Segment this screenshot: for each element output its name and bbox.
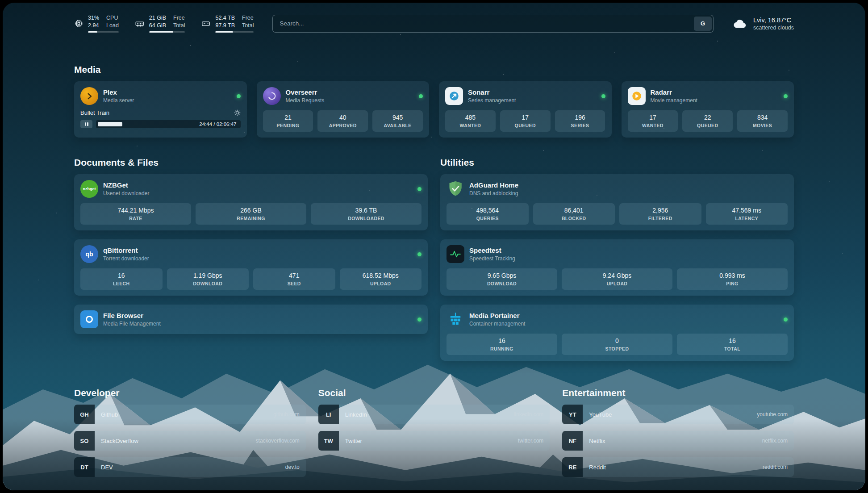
card-adguard[interactable]: AdGuard Home DNS and adblocking 498,564Q… [440,174,794,230]
sonarr-title: Sonarr [468,88,516,96]
overseerr-icon [263,87,281,105]
search-provider-button[interactable]: G [694,17,712,31]
status-indicator [784,318,788,322]
card-speedtest[interactable]: Speedtest Speedtest Tracking 9.65 GbpsDO… [440,239,794,296]
header-divider [74,40,794,40]
memory-metric: 21 GiB Free 64 GiB Total [135,14,185,33]
speedtest-subtitle: Speedtest Tracking [469,255,515,262]
linkedin-icon: LI [318,405,339,424]
stat: 471SEED [253,268,335,290]
plex-icon [80,87,98,105]
sonarr-subtitle: Series management [468,97,516,104]
card-qbittorrent[interactable]: qb qBittorrent Torrent downloader [74,239,428,296]
bookmark-github[interactable]: GH Github github.com [74,405,306,424]
card-nzbget[interactable]: nzbget NZBGet Usenet downloader [74,174,428,230]
section-title-social: Social [318,388,550,398]
netflix-icon: NF [562,431,583,451]
speedtest-title: Speedtest [469,246,515,255]
pause-button[interactable] [80,120,92,128]
status-indicator [417,252,421,256]
nzbget-title: NZBGet [103,181,149,189]
playback-progress-bar[interactable]: 24:44 / 02:06:47 [96,120,241,128]
card-radarr[interactable]: Radarr Movie management 17WANTED 22QUEUE… [622,81,794,138]
status-indicator [601,94,605,98]
bookmark-youtube[interactable]: YT YouTube youtube.com [562,405,794,424]
qbittorrent-icon: qb [80,245,98,263]
stat: 17QUEUED [500,110,551,132]
memory-free-value: 21 GiB [149,14,166,21]
memory-label-bottom: Total [173,22,185,29]
github-icon: GH [74,405,95,424]
card-overseerr[interactable]: Overseerr Media Requests 21PENDING 40APP… [257,81,430,138]
stat: 266 GBREMAINING [196,203,306,225]
weather-widget: Lviv, 16.87°C scattered clouds [732,16,794,31]
bookmark-linkedin[interactable]: LI LinkedIn linkedin.com [318,405,550,424]
stat: 196SERIES [555,110,605,132]
disk-free-value: 52.4 TB [215,14,235,21]
adguard-subtitle: DNS and adblocking [469,190,518,196]
card-portainer[interactable]: Media Portainer Container management 16R… [440,305,794,361]
cloud-icon [732,17,748,30]
search-bar: G [272,15,714,33]
portainer-title: Media Portainer [469,312,525,320]
stat: 744.21 MbpsRATE [80,203,191,225]
playback-time: 24:44 / 02:06:47 [199,121,240,127]
memory-total-value: 64 GiB [149,22,166,29]
twitter-icon: TW [318,431,339,451]
stackoverflow-icon: SO [74,431,95,451]
stat: 16LEECH [80,268,163,290]
filebrowser-subtitle: Media File Management [103,321,161,327]
memory-icon [135,19,145,29]
top-bar: 31% CPU 2.94 Load [74,3,794,33]
stat: 86,401BLOCKED [533,203,615,225]
radarr-title: Radarr [651,88,697,96]
cpu-usage-value: 31% [88,14,99,21]
section-media: Media Plex Media server [74,64,794,138]
cpu-usage-bar [88,31,119,33]
card-plex[interactable]: Plex Media server Bullet Train [74,81,247,138]
stat: 834MOVIES [737,110,788,132]
section-title-entertainment: Entertainment [562,388,794,398]
overseerr-title: Overseerr [286,88,325,96]
stat: 40APPROVED [317,110,368,132]
bookmark-netflix[interactable]: NF Netflix netflix.com [562,431,794,451]
stat: 17WANTED [628,110,678,132]
settings-gear-icon[interactable] [234,109,241,116]
bookmark-reddit[interactable]: RE Reddit reddit.com [562,457,794,477]
section-documents: Documents & Files nzbget NZBGet Usenet d… [74,157,428,361]
stat: 16TOTAL [677,334,788,355]
status-indicator [417,187,421,191]
section-title-utilities: Utilities [440,157,794,168]
status-indicator [237,94,241,98]
stars-backdrop [3,3,4,4]
bookmark-dev[interactable]: DT DEV dev.to [74,457,306,477]
card-filebrowser[interactable]: File Browser Media File Management [74,305,428,334]
overseerr-subtitle: Media Requests [286,97,325,104]
section-social: Social LI LinkedIn linkedin.com TW Twitt… [318,388,550,484]
stat: 945AVAILABLE [372,110,423,132]
adguard-icon [447,180,464,198]
app-frame: 31% CPU 2.94 Load [0,0,868,493]
cpu-label-top: CPU [106,14,119,21]
youtube-icon: YT [562,405,583,424]
qbittorrent-title: qBittorrent [103,246,149,255]
stat: 47.569 msLATENCY [706,203,788,225]
memory-usage-bar [149,31,185,33]
qbittorrent-subtitle: Torrent downloader [103,255,149,262]
disk-total-value: 97.9 TB [215,22,235,29]
cpu-metric: 31% CPU 2.94 Load [74,14,119,33]
stat: 1.19 GbpsDOWNLOAD [167,268,249,290]
stat: 0STOPPED [562,334,672,355]
sonarr-icon [445,87,463,105]
cpu-load-value: 2.94 [88,22,99,29]
card-sonarr[interactable]: Sonarr Series management 485WANTED 17QUE… [439,81,612,138]
bookmark-twitter[interactable]: TW Twitter twitter.com [318,431,550,451]
filebrowser-title: File Browser [103,312,161,320]
stat: 2,956FILTERED [619,203,701,225]
bookmark-stackoverflow[interactable]: SO StackOverflow stackoverflow.com [74,431,306,451]
disk-label-top: Free [242,14,254,21]
stat: 22QUEUED [682,110,733,132]
stat: 21PENDING [263,110,313,132]
section-title-documents: Documents & Files [74,157,428,168]
search-input[interactable] [274,20,694,27]
